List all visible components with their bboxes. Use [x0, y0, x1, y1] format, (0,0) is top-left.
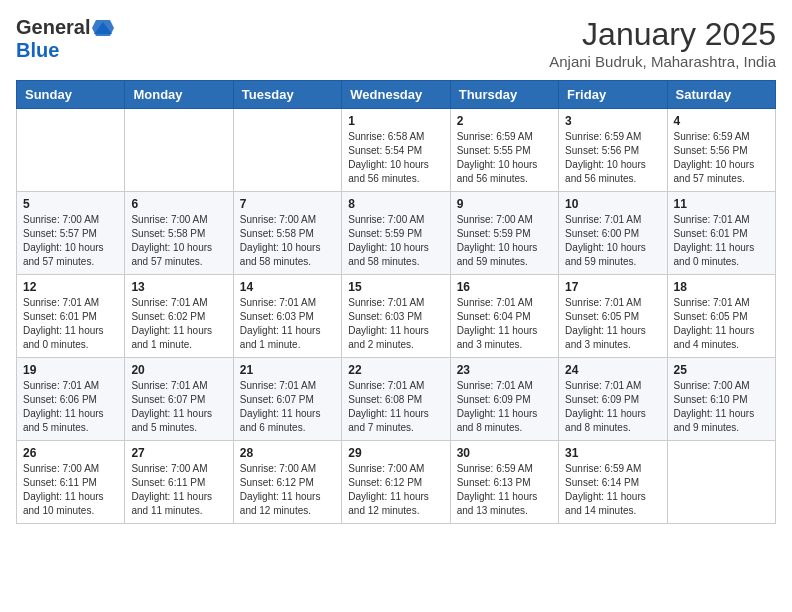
day-info: Sunrise: 7:01 AM Sunset: 6:05 PM Dayligh… [674, 296, 769, 352]
day-info: Sunrise: 7:00 AM Sunset: 6:12 PM Dayligh… [240, 462, 335, 518]
day-number: 21 [240, 363, 335, 377]
calendar-week-5: 26Sunrise: 7:00 AM Sunset: 6:11 PM Dayli… [17, 441, 776, 524]
day-number: 19 [23, 363, 118, 377]
day-info: Sunrise: 7:00 AM Sunset: 5:59 PM Dayligh… [348, 213, 443, 269]
calendar-cell: 24Sunrise: 7:01 AM Sunset: 6:09 PM Dayli… [559, 358, 667, 441]
day-number: 1 [348, 114, 443, 128]
col-saturday: Saturday [667, 81, 775, 109]
day-number: 26 [23, 446, 118, 460]
day-info: Sunrise: 6:58 AM Sunset: 5:54 PM Dayligh… [348, 130, 443, 186]
calendar-cell: 9Sunrise: 7:00 AM Sunset: 5:59 PM Daylig… [450, 192, 558, 275]
page-header: General Blue January 2025 Anjani Budruk,… [16, 16, 776, 70]
day-number: 2 [457, 114, 552, 128]
day-info: Sunrise: 7:00 AM Sunset: 5:57 PM Dayligh… [23, 213, 118, 269]
day-info: Sunrise: 7:01 AM Sunset: 6:07 PM Dayligh… [240, 379, 335, 435]
day-number: 23 [457, 363, 552, 377]
day-info: Sunrise: 7:00 AM Sunset: 5:58 PM Dayligh… [131, 213, 226, 269]
calendar-cell: 21Sunrise: 7:01 AM Sunset: 6:07 PM Dayli… [233, 358, 341, 441]
calendar-cell: 14Sunrise: 7:01 AM Sunset: 6:03 PM Dayli… [233, 275, 341, 358]
location-subtitle: Anjani Budruk, Maharashtra, India [549, 53, 776, 70]
day-number: 18 [674, 280, 769, 294]
day-info: Sunrise: 7:00 AM Sunset: 6:11 PM Dayligh… [131, 462, 226, 518]
day-number: 24 [565, 363, 660, 377]
calendar-cell: 28Sunrise: 7:00 AM Sunset: 6:12 PM Dayli… [233, 441, 341, 524]
calendar-cell: 10Sunrise: 7:01 AM Sunset: 6:00 PM Dayli… [559, 192, 667, 275]
calendar-header-row: Sunday Monday Tuesday Wednesday Thursday… [17, 81, 776, 109]
calendar-week-3: 12Sunrise: 7:01 AM Sunset: 6:01 PM Dayli… [17, 275, 776, 358]
calendar-cell: 23Sunrise: 7:01 AM Sunset: 6:09 PM Dayli… [450, 358, 558, 441]
calendar-cell: 18Sunrise: 7:01 AM Sunset: 6:05 PM Dayli… [667, 275, 775, 358]
calendar-cell: 11Sunrise: 7:01 AM Sunset: 6:01 PM Dayli… [667, 192, 775, 275]
day-info: Sunrise: 7:01 AM Sunset: 6:09 PM Dayligh… [457, 379, 552, 435]
calendar-cell: 13Sunrise: 7:01 AM Sunset: 6:02 PM Dayli… [125, 275, 233, 358]
day-number: 10 [565, 197, 660, 211]
day-number: 6 [131, 197, 226, 211]
calendar-cell: 4Sunrise: 6:59 AM Sunset: 5:56 PM Daylig… [667, 109, 775, 192]
calendar-cell [667, 441, 775, 524]
day-number: 17 [565, 280, 660, 294]
logo: General Blue [16, 16, 114, 62]
calendar-cell [17, 109, 125, 192]
day-number: 27 [131, 446, 226, 460]
day-info: Sunrise: 7:00 AM Sunset: 5:58 PM Dayligh… [240, 213, 335, 269]
calendar-cell: 26Sunrise: 7:00 AM Sunset: 6:11 PM Dayli… [17, 441, 125, 524]
col-sunday: Sunday [17, 81, 125, 109]
day-info: Sunrise: 7:01 AM Sunset: 6:03 PM Dayligh… [240, 296, 335, 352]
col-tuesday: Tuesday [233, 81, 341, 109]
day-info: Sunrise: 7:01 AM Sunset: 6:04 PM Dayligh… [457, 296, 552, 352]
col-friday: Friday [559, 81, 667, 109]
calendar-cell: 19Sunrise: 7:01 AM Sunset: 6:06 PM Dayli… [17, 358, 125, 441]
day-info: Sunrise: 7:01 AM Sunset: 6:08 PM Dayligh… [348, 379, 443, 435]
day-info: Sunrise: 6:59 AM Sunset: 5:55 PM Dayligh… [457, 130, 552, 186]
calendar-cell: 7Sunrise: 7:00 AM Sunset: 5:58 PM Daylig… [233, 192, 341, 275]
calendar-cell: 27Sunrise: 7:00 AM Sunset: 6:11 PM Dayli… [125, 441, 233, 524]
day-info: Sunrise: 7:01 AM Sunset: 6:00 PM Dayligh… [565, 213, 660, 269]
day-number: 3 [565, 114, 660, 128]
day-number: 31 [565, 446, 660, 460]
day-info: Sunrise: 7:01 AM Sunset: 6:01 PM Dayligh… [674, 213, 769, 269]
calendar-cell [233, 109, 341, 192]
calendar-cell: 31Sunrise: 6:59 AM Sunset: 6:14 PM Dayli… [559, 441, 667, 524]
day-number: 15 [348, 280, 443, 294]
calendar-cell: 16Sunrise: 7:01 AM Sunset: 6:04 PM Dayli… [450, 275, 558, 358]
day-number: 29 [348, 446, 443, 460]
calendar-cell: 5Sunrise: 7:00 AM Sunset: 5:57 PM Daylig… [17, 192, 125, 275]
calendar-cell: 30Sunrise: 6:59 AM Sunset: 6:13 PM Dayli… [450, 441, 558, 524]
day-info: Sunrise: 7:00 AM Sunset: 5:59 PM Dayligh… [457, 213, 552, 269]
day-number: 5 [23, 197, 118, 211]
day-info: Sunrise: 7:01 AM Sunset: 6:02 PM Dayligh… [131, 296, 226, 352]
day-number: 30 [457, 446, 552, 460]
calendar-cell: 2Sunrise: 6:59 AM Sunset: 5:55 PM Daylig… [450, 109, 558, 192]
day-info: Sunrise: 7:01 AM Sunset: 6:09 PM Dayligh… [565, 379, 660, 435]
calendar-cell: 8Sunrise: 7:00 AM Sunset: 5:59 PM Daylig… [342, 192, 450, 275]
day-info: Sunrise: 6:59 AM Sunset: 5:56 PM Dayligh… [565, 130, 660, 186]
day-info: Sunrise: 7:00 AM Sunset: 6:10 PM Dayligh… [674, 379, 769, 435]
day-info: Sunrise: 7:00 AM Sunset: 6:12 PM Dayligh… [348, 462, 443, 518]
day-number: 9 [457, 197, 552, 211]
day-number: 8 [348, 197, 443, 211]
title-block: January 2025 Anjani Budruk, Maharashtra,… [549, 16, 776, 70]
day-number: 12 [23, 280, 118, 294]
day-number: 7 [240, 197, 335, 211]
day-number: 11 [674, 197, 769, 211]
day-info: Sunrise: 7:01 AM Sunset: 6:03 PM Dayligh… [348, 296, 443, 352]
calendar-cell: 3Sunrise: 6:59 AM Sunset: 5:56 PM Daylig… [559, 109, 667, 192]
day-info: Sunrise: 7:01 AM Sunset: 6:07 PM Dayligh… [131, 379, 226, 435]
calendar-cell [125, 109, 233, 192]
day-info: Sunrise: 7:01 AM Sunset: 6:05 PM Dayligh… [565, 296, 660, 352]
calendar-cell: 6Sunrise: 7:00 AM Sunset: 5:58 PM Daylig… [125, 192, 233, 275]
day-info: Sunrise: 6:59 AM Sunset: 5:56 PM Dayligh… [674, 130, 769, 186]
col-thursday: Thursday [450, 81, 558, 109]
day-number: 13 [131, 280, 226, 294]
logo-icon [92, 20, 114, 36]
calendar-cell: 12Sunrise: 7:01 AM Sunset: 6:01 PM Dayli… [17, 275, 125, 358]
day-info: Sunrise: 7:01 AM Sunset: 6:01 PM Dayligh… [23, 296, 118, 352]
calendar-week-4: 19Sunrise: 7:01 AM Sunset: 6:06 PM Dayli… [17, 358, 776, 441]
logo-general: General [16, 16, 90, 39]
calendar-cell: 20Sunrise: 7:01 AM Sunset: 6:07 PM Dayli… [125, 358, 233, 441]
col-wednesday: Wednesday [342, 81, 450, 109]
day-info: Sunrise: 7:00 AM Sunset: 6:11 PM Dayligh… [23, 462, 118, 518]
day-number: 20 [131, 363, 226, 377]
calendar-cell: 22Sunrise: 7:01 AM Sunset: 6:08 PM Dayli… [342, 358, 450, 441]
day-number: 28 [240, 446, 335, 460]
